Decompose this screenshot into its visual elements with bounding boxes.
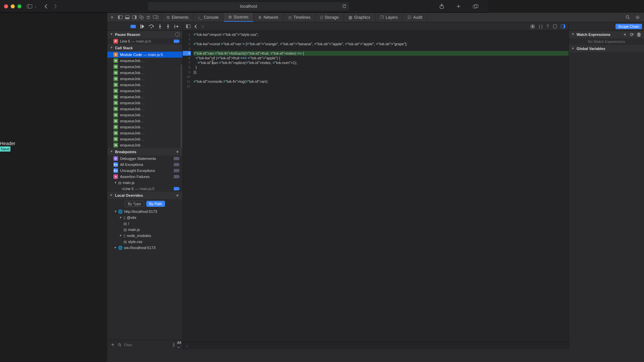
minimize-window-button[interactable] [11, 4, 15, 8]
call-stack-header[interactable]: ▼ Call Stack [107, 44, 182, 52]
local-overrides-header[interactable]: ▼ Local Overrides ＋ [107, 192, 182, 199]
chevron-down-icon[interactable]: ⌄ [34, 5, 37, 8]
disable-breakpoints-button[interactable] [130, 25, 136, 28]
maximize-window-button[interactable] [17, 4, 21, 8]
file-icon: ▤ [123, 228, 127, 232]
dock-left-icon[interactable] [118, 15, 122, 19]
tab-layers[interactable]: ❐Layers [375, 13, 403, 22]
breakpoint-category-row[interactable]: ExAll Exceptions [107, 162, 182, 168]
call-stack-frame[interactable]: NenqueueJob … [107, 94, 182, 100]
url-bar[interactable]: localhost [148, 2, 349, 11]
call-stack-frame[interactable]: NenqueueJob … [107, 82, 182, 88]
source-origin-row[interactable]: ▼ 🌐 http://localhost:5173 [107, 208, 182, 215]
step-button[interactable] [174, 24, 178, 28]
frame-ellipsis: … [141, 59, 145, 63]
call-stack-frame[interactable]: NenqueueJob … [107, 142, 182, 148]
tabs-overview-icon[interactable] [473, 4, 478, 9]
source-file-row[interactable]: ▤ / [107, 221, 182, 227]
call-stack-frame[interactable]: NenqueueJob … [107, 70, 182, 76]
breakpoint-file-row[interactable]: ▼ ▤ main.js [107, 180, 182, 186]
svg-rect-8 [125, 17, 129, 19]
frame-ellipsis: … [141, 65, 145, 69]
svg-rect-3 [473, 5, 477, 8]
native-badge: N [113, 82, 118, 87]
breakpoint-category-row[interactable]: AAssertion Failures [107, 174, 182, 180]
step-over-button[interactable] [149, 24, 154, 28]
overrides-toggle: By Type By Path [107, 199, 182, 208]
call-stack-frame[interactable]: NenqueueJob … [107, 118, 182, 124]
editor-code[interactable]: ="tok-kw">import ="tok-str">"/style.css"… [192, 31, 488, 274]
file-icon: ▤ [118, 181, 121, 185]
breakpoint-line-row[interactable]: ≡ Line 5 — main.js:5 [107, 186, 182, 192]
by-type-button[interactable]: By Type [125, 201, 144, 207]
share-icon[interactable] [439, 4, 444, 9]
dock-bottom-icon[interactable] [125, 15, 129, 19]
frame-ellipsis: … [141, 107, 145, 111]
source-folder-row[interactable]: ▼ ▯ @vite [107, 215, 182, 221]
device-icon[interactable] [153, 15, 158, 19]
tab-storage[interactable]: ⌸Storage [316, 13, 344, 22]
breakpoint-category-label: Debugger Statements [120, 157, 156, 161]
step-out-button[interactable] [166, 24, 170, 29]
frame-label: enqueueJob [120, 83, 141, 87]
pause-reason-header[interactable]: ▼ Pause Reason ↓ [107, 31, 182, 38]
nav-forward-icon [201, 24, 204, 28]
source-file-row[interactable]: ▤ main.js [107, 227, 182, 233]
call-stack-frame[interactable]: NenqueueJob … [107, 88, 182, 94]
add-breakpoint-button[interactable]: ＋ [175, 149, 180, 155]
call-stack-frame[interactable]: NenqueueJob … [107, 106, 182, 112]
add-override-button[interactable]: ＋ [175, 192, 180, 198]
nav-back-icon[interactable] [195, 24, 197, 28]
code-editor[interactable]: 123456789101112 ="tok-kw">import ="tok-s… [183, 31, 488, 274]
elements-icon: ⧉ [167, 15, 170, 20]
tab-timelines[interactable]: ◷Timelines [283, 13, 316, 22]
scrollbar[interactable] [180, 64, 182, 148]
close-window-button[interactable] [4, 4, 8, 8]
tab-audit[interactable]: ☑Audit [403, 13, 427, 22]
tab-elements[interactable]: ⧉Elements [162, 13, 194, 22]
tab-label: Storage [325, 15, 339, 20]
new-tab-icon[interactable] [456, 4, 461, 9]
globe-icon: 🌐 [118, 246, 123, 250]
editor-gutter[interactable]: 123456789101112 [183, 31, 192, 274]
console-icon: ›_ [198, 15, 202, 20]
call-stack-frame[interactable]: NenqueueJob … [107, 58, 182, 64]
resume-button[interactable] [141, 24, 144, 28]
source-file-row[interactable]: ▤ style.css [107, 239, 182, 245]
tab-console[interactable]: ›_Console [194, 13, 224, 22]
by-path-button[interactable]: By Path [146, 201, 165, 207]
tab-sources[interactable]: ✿Sources [224, 13, 254, 22]
sidebar-toggle-icon[interactable] [27, 4, 32, 8]
back-button[interactable] [44, 4, 48, 9]
close-devtools-button[interactable]: ✕ [109, 13, 115, 22]
call-stack-frame[interactable]: NenqueueJob … [107, 76, 182, 82]
source-origin-row[interactable]: ▼ 🌐 ws://localhost:5173 [107, 245, 182, 251]
network-icon: ⊕ [258, 15, 262, 20]
reload-devtools-icon[interactable] [146, 15, 150, 19]
toggle-navigator-icon[interactable] [186, 24, 191, 28]
reload-icon[interactable] [342, 4, 346, 8]
devtools-tab-bar: ✕ ⧉Elements ›_Console ✿Sources ⊕Network … [107, 13, 488, 22]
breakpoint-category-row[interactable]: DDebugger Statements [107, 156, 182, 162]
call-stack-frame[interactable]: NenqueueJob … [107, 130, 182, 136]
pause-reason-row[interactable]: P Line 5 — main.js:5 [107, 38, 182, 44]
dock-right-icon[interactable] [132, 15, 137, 19]
call-stack-frame[interactable]: NenqueueJob … [107, 64, 182, 70]
frame-label: enqueueJob [120, 125, 141, 129]
dock-popout-icon[interactable] [139, 15, 144, 19]
call-stack-frame[interactable]: NenqueueJob … [107, 100, 182, 106]
call-stack-frame[interactable]: NenqueueJob … [107, 112, 182, 118]
source-folder-row[interactable]: ▼ ▯ node_modules [107, 233, 182, 239]
breakpoints-header[interactable]: ▼ Breakpoints ＋ [107, 148, 182, 156]
breakpoint-category-row[interactable]: ExUncaught Exceptions [107, 168, 182, 174]
call-stack-frame[interactable]: NenqueueJob … [107, 124, 182, 130]
call-stack-frame[interactable]: NenqueueJob … [107, 136, 182, 142]
svg-rect-6 [118, 16, 120, 19]
step-target-icon[interactable]: ↓ [175, 32, 180, 37]
script-badge: S [113, 52, 118, 57]
frame-label: enqueueJob [120, 131, 141, 135]
call-stack-frame[interactable]: S Module Code — main.js:5 [107, 52, 182, 58]
tab-graphics[interactable]: ▦Graphics [344, 13, 375, 22]
step-into-button[interactable] [158, 24, 162, 29]
tab-network[interactable]: ⊕Network [254, 13, 283, 22]
